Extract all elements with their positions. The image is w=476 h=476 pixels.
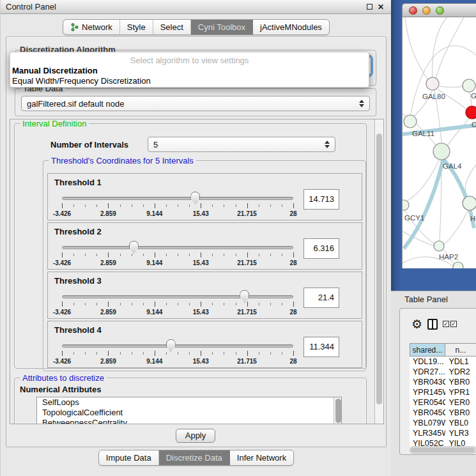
threshold-label: Threshold 3	[54, 276, 102, 286]
slider-thumb[interactable]	[190, 192, 200, 204]
table-panel-toolbar: ⚙ ✓ ✓	[400, 309, 476, 339]
table-row[interactable]: YPR145WYPR1	[410, 387, 476, 397]
attribute-item-topologicalcoefficient[interactable]: TopologicalCoefficient	[37, 408, 341, 418]
tick-mark	[132, 204, 132, 207]
attribute-item-betweennesscentrality[interactable]: BetweennessCentrality	[37, 418, 341, 424]
slider-ticks: -3.4262.8599.14415.4321.71528	[62, 351, 293, 367]
close-traffic-light[interactable]	[409, 6, 417, 15]
tick-mark	[73, 303, 74, 305]
scrollbar-thumb[interactable]	[376, 134, 382, 404]
tick-mark	[270, 204, 271, 207]
table-data-combobox[interactable]: galFiltered.sif default node	[21, 96, 370, 111]
attributes-list-scrollbar[interactable]	[334, 397, 341, 424]
number-of-intervals-value: 5	[153, 140, 158, 150]
spinner-icon	[325, 141, 330, 148]
tick-label: 28	[289, 210, 296, 217]
close-icon[interactable]: ✕	[375, 3, 387, 12]
scrollbar-thumb[interactable]	[335, 399, 341, 423]
scrollbar-thumb[interactable]	[411, 448, 475, 452]
tick-label: 28	[289, 358, 296, 365]
number-of-intervals-combobox[interactable]: 5	[148, 137, 335, 152]
table-row[interactable]: YLR345WYLR3	[410, 428, 476, 438]
algorithm-option-manual-discretization[interactable]: Manual Discretization	[12, 66, 367, 76]
table-row[interactable]: YER054CYER0	[410, 397, 476, 408]
network-view-canvas[interactable]: GAL80GCGAL11GAL4GCY1HHAP2	[402, 17, 476, 268]
table-row[interactable]: YDL19...YDL1	[410, 357, 476, 367]
network-node-gal4[interactable]	[433, 143, 450, 160]
attribute-item-selfloops[interactable]: SelfLoops	[37, 397, 341, 408]
gear-icon[interactable]: ⚙	[411, 318, 422, 330]
checkbox-checked-icon[interactable]: ✓	[450, 321, 457, 327]
network-node[interactable]	[453, 262, 463, 268]
network-node-hap2[interactable]	[434, 241, 444, 251]
threshold-value-field[interactable]: 21.4	[303, 288, 339, 308]
settings-scrollbar[interactable]	[374, 119, 383, 424]
threshold-value-field[interactable]: 11.344	[303, 337, 339, 357]
bottom-tab-bar: Impute DataDiscretize DataInfer Network	[98, 450, 294, 466]
tab-network[interactable]: Network	[63, 20, 120, 35]
float-window-icon[interactable]	[364, 3, 375, 12]
tick-mark	[85, 204, 86, 207]
table-cell: YIL052C	[410, 438, 445, 446]
window-title: Control Panel	[6, 2, 56, 12]
tick-mark	[155, 203, 155, 208]
slider-thumb[interactable]	[166, 339, 176, 352]
table-row[interactable]: YDR27...YDR2	[410, 367, 476, 377]
interval-definition-group: Interval Definition Number of Intervals …	[14, 123, 367, 369]
numerical-attributes-label: Numerical Attributes	[20, 385, 101, 394]
apply-button[interactable]: Apply	[176, 429, 215, 443]
slider-thumb[interactable]	[240, 290, 249, 303]
checkbox-checked-icon[interactable]: ✓	[443, 321, 449, 327]
threshold-slider[interactable]: -3.4262.8599.14415.4321.71528	[62, 341, 293, 367]
tick-mark	[282, 352, 282, 355]
table-header-shared[interactable]: shared...	[410, 343, 445, 357]
threshold-value-field[interactable]: 14.713	[303, 189, 339, 210]
table-row[interactable]: YIL052CYIL0	[410, 438, 476, 446]
threshold-slider[interactable]: -3.4262.8599.14415.4321.71528	[62, 193, 293, 220]
threshold-panel: Threshold 3-3.4262.8599.14415.4321.71528…	[47, 272, 362, 319]
slider-thumb[interactable]	[129, 241, 139, 254]
tick-label: 9.144	[146, 309, 162, 316]
threshold-label: Threshold 4	[54, 325, 102, 335]
table-row[interactable]: YBR043CYBR0	[410, 377, 476, 387]
attributes-group-title: Attributes to discretize	[20, 373, 107, 383]
table-body: YDL19...YDL1YDR27...YDR2YBR043CYBR0YPR14…	[410, 357, 476, 446]
tick-mark	[236, 303, 236, 305]
network-node-c[interactable]	[466, 106, 476, 119]
tick-mark	[96, 254, 97, 256]
table-cell: YLR3	[445, 428, 476, 438]
tick-mark	[96, 303, 97, 305]
node-label-h: H	[470, 215, 475, 222]
tab-jactivemnodules[interactable]: jActiveMNodules	[253, 20, 329, 35]
table-row[interactable]: YBR045CYBR0	[410, 408, 476, 418]
numerical-attributes-list[interactable]: SelfLoopsTopologicalCoefficientBetweenne…	[36, 397, 342, 424]
network-node-gcy1[interactable]	[403, 200, 409, 210]
tick-label: 28	[289, 259, 296, 266]
table-horizontal-scrollbar[interactable]	[410, 447, 476, 454]
threshold-slider[interactable]: -3.4262.8599.14415.4321.71528	[62, 242, 293, 269]
split-view-icon[interactable]	[427, 319, 438, 330]
tick-mark	[293, 203, 294, 208]
tab-impute-data[interactable]: Impute Data	[99, 450, 159, 465]
tab-infer-network[interactable]: Infer Network	[230, 450, 293, 465]
network-node-g[interactable]	[463, 79, 475, 92]
network-node-h[interactable]	[463, 196, 476, 210]
table-row[interactable]: YBL079WYBL0	[410, 418, 476, 428]
tick-label: -3.426	[53, 309, 71, 316]
network-node-gal80[interactable]	[426, 77, 439, 90]
tab-cyni-toolbox[interactable]: Cyni Toolbox	[191, 20, 253, 35]
tab-discretize-data[interactable]: Discretize Data	[159, 450, 230, 465]
algorithm-option-equal-width-frequency-discretization[interactable]: Equal Width/Frequency Discretization	[12, 76, 367, 86]
threshold-value-field[interactable]: 6.316	[303, 238, 339, 259]
tick-mark	[108, 351, 109, 356]
zoom-traffic-light[interactable]	[436, 6, 444, 15]
tick-mark	[62, 203, 63, 208]
tick-mark	[85, 254, 86, 256]
tab-style[interactable]: Style	[120, 20, 153, 35]
minimize-traffic-light[interactable]	[422, 6, 431, 15]
network-node-gal11[interactable]	[404, 115, 417, 128]
tab-select[interactable]: Select	[153, 20, 191, 35]
tick-mark	[236, 204, 236, 207]
table-header-n[interactable]: n...	[445, 343, 476, 357]
threshold-slider[interactable]: -3.4262.8599.14415.4321.71528	[62, 291, 293, 318]
